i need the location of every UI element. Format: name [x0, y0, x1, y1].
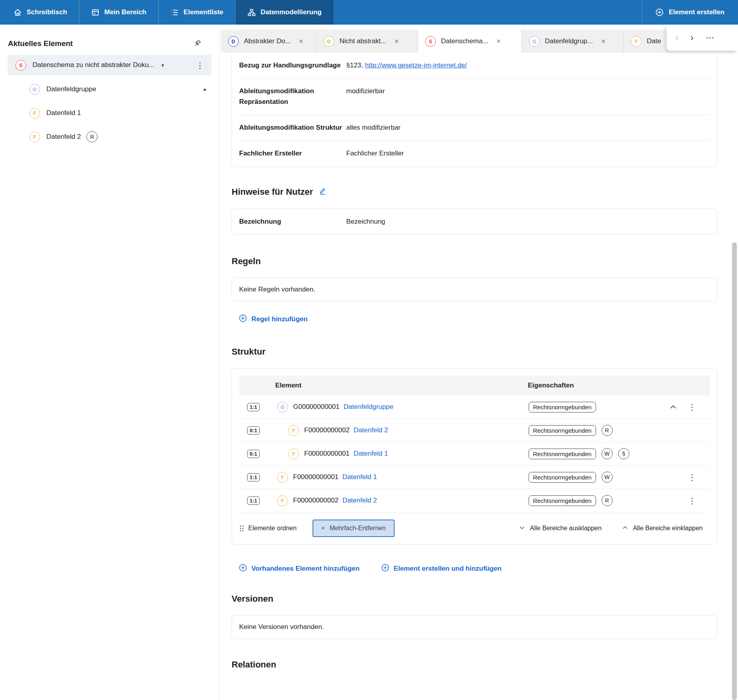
cardinality-badge: 1:1	[247, 497, 260, 505]
tab-datenschema-active[interactable]: S Datenschema... ×	[418, 30, 522, 53]
chevron-down-icon	[519, 525, 525, 532]
create-element-button[interactable]: Element erstellen	[642, 0, 737, 25]
section-title-struktur: Struktur	[232, 347, 718, 357]
nav-label: Datenmodellierung	[261, 8, 322, 16]
edit-icon[interactable]	[318, 187, 327, 198]
details-card: Bezug zur Handlungsgrundlage §123, http:…	[232, 53, 717, 167]
sidebar-title: Aktuelles Element	[8, 39, 73, 48]
order-elements-button[interactable]: Elemente ordnen	[240, 525, 297, 532]
workspace-icon	[91, 8, 100, 17]
property-chip: Rechtsnormgebunden	[529, 449, 596, 459]
tab-datenfeldgruppe[interactable]: G Datenfeldgrup... ×	[522, 30, 624, 53]
chevron-right-icon[interactable]: ▸	[204, 86, 207, 92]
nav-label: Mein Bereich	[104, 8, 146, 16]
detail-row: Bezug zur Handlungsgrundlage §123, http:…	[239, 53, 710, 79]
nav-item-schreibtisch[interactable]: Schreibtisch	[2, 0, 79, 25]
create-and-add-element-button[interactable]: Element erstellen und hinzufügen	[381, 564, 502, 574]
element-link[interactable]: Datenfeldgruppe	[343, 403, 393, 411]
nav-item-datenmodellierung[interactable]: Datenmodellierung	[235, 0, 334, 25]
element-code: F00000000002	[304, 426, 349, 434]
field-type-icon: F	[288, 425, 299, 436]
kebab-menu-icon[interactable]: ⋮	[688, 473, 696, 481]
data-model-icon	[247, 8, 256, 17]
struktur-toolbar: Elemente ordnen × Mehrfach-Entfernen All…	[239, 512, 710, 544]
add-rule-button[interactable]: Regel hinzufügen	[239, 314, 308, 324]
kebab-menu-icon[interactable]: ⋮	[688, 403, 696, 411]
column-eigenschaften: Eigenschaften	[528, 382, 574, 389]
cardinality-badge: 1:1	[247, 473, 260, 481]
value-badge: W	[602, 448, 613, 459]
table-row-datenfeld-1-child: 0:1 F F00000000001 Datenfeld 1 Rechtsnor…	[239, 442, 710, 466]
tabs-scroll-left-icon[interactable]: ‹	[675, 33, 679, 42]
property-chip: Rechtsnormgebunden	[529, 425, 596, 436]
close-icon[interactable]: ×	[394, 37, 400, 46]
table-row-datenfeld-2-child: 0:1 F F00000000002 Datenfeld 2 Rechtsnor…	[239, 419, 710, 442]
tab-content: Bezug zur Handlungsgrundlage §123, http:…	[220, 53, 718, 670]
field-type-icon: F	[277, 495, 288, 506]
table-row-datenfeld-1: 1:1 F F00000000001 Datenfeld 1 Rechtsnor…	[239, 466, 710, 489]
expand-all-button[interactable]: Alle Bereiche ausklappen	[519, 525, 602, 532]
close-icon[interactable]: ×	[298, 37, 304, 46]
pin-icon[interactable]	[194, 39, 201, 48]
group-type-icon: G	[277, 402, 288, 412]
tab-scroll-controls: ‹ › ⋯	[667, 25, 738, 51]
law-link[interactable]: http://www.gesetze-im-internet.de/	[365, 61, 467, 69]
nav-label: Schreibtisch	[27, 8, 67, 16]
nav-item-mein-bereich[interactable]: Mein Bereich	[79, 0, 158, 25]
document-type-icon: D	[324, 36, 334, 47]
drag-handle-icon	[240, 525, 243, 531]
collapse-all-button[interactable]: Alle Bereiche einklappen	[622, 525, 703, 532]
tab-nicht-abstraktes-dokument[interactable]: D Nicht abstrakt... ×	[316, 30, 418, 53]
element-link[interactable]: Datenfeld 1	[342, 473, 377, 481]
section-title-versionen: Versionen	[232, 594, 718, 604]
chevron-up-icon	[622, 525, 628, 532]
detail-row: Fachlicher Ersteller Fachlicher Erstelle…	[239, 141, 710, 166]
element-link[interactable]: Datenfeld 2	[342, 497, 377, 504]
sidebar-item-selected-schema[interactable]: S Datenschema zu nicht abstrakter Doku..…	[8, 55, 211, 75]
nav-item-elementliste[interactable]: Elementliste	[158, 0, 235, 25]
value-badge: W	[602, 472, 613, 483]
vertical-scrollbar-thumb[interactable]	[732, 242, 737, 700]
regeln-card: Keine Regeln vorhanden.	[232, 278, 717, 301]
kebab-menu-icon[interactable]: ⋮	[194, 61, 206, 69]
field-type-icon: F	[631, 36, 642, 47]
add-existing-element-button[interactable]: Vorhandenes Element hinzufügen	[239, 564, 360, 574]
plus-circle-icon	[381, 564, 389, 574]
element-code: F00000000001	[304, 450, 349, 458]
detail-row: Ableitungsmodifikation Struktur alles mo…	[239, 115, 710, 141]
struktur-table-header: Element Eigenschaften	[239, 376, 710, 395]
cardinality-badge: 1:1	[247, 403, 260, 411]
close-icon[interactable]: ×	[600, 37, 606, 46]
sidebar-item-datenfeld-1[interactable]: F Datenfeld 1	[8, 103, 211, 123]
chevron-down-icon[interactable]: ▾	[161, 62, 164, 68]
paragraph-badge: §	[618, 448, 629, 459]
field-type-icon: F	[288, 449, 299, 459]
tabs-scroll-right-icon[interactable]: ›	[690, 33, 694, 42]
multi-remove-button-selected[interactable]: × Mehrfach-Entfernen	[312, 520, 395, 537]
element-code: G00000000001	[293, 403, 339, 411]
property-chip: Rechtsnormgebunden	[529, 402, 596, 412]
sidebar-item-datenfeld-2[interactable]: F Datenfeld 2 R	[8, 127, 211, 147]
field-type-icon: F	[29, 132, 40, 142]
sidebar: Aktuelles Element S Datenschema zu nicht…	[0, 25, 219, 700]
kebab-menu-icon[interactable]: ⋮	[688, 497, 696, 505]
detail-row: Ableitungsmodifikation Repräsentation mo…	[239, 79, 710, 115]
section-title-relationen: Relationen	[232, 660, 718, 670]
close-icon: ×	[321, 525, 325, 532]
group-type-icon: G	[529, 36, 540, 47]
element-link[interactable]: Datenfeld 1	[353, 450, 388, 458]
schema-type-icon: S	[15, 60, 26, 71]
element-link[interactable]: Datenfeld 2	[353, 426, 388, 434]
tabs-more-menu-icon[interactable]: ⋯	[705, 33, 715, 43]
chevron-up-icon[interactable]	[670, 404, 677, 410]
close-icon[interactable]: ×	[496, 37, 502, 46]
topbar-spacer	[334, 0, 642, 25]
versionen-card: Keine Versionen vorhanden.	[232, 615, 717, 639]
home-icon	[13, 8, 22, 17]
tab-abstraktes-dokument[interactable]: D Abstrakter Do... ×	[221, 30, 316, 53]
section-title-hinweise: Hinweise für Nutzer	[232, 187, 718, 198]
cardinality-badge: 0:1	[247, 426, 260, 435]
sidebar-item-datenfeldgruppe[interactable]: G Datenfeldgruppe ▸	[8, 79, 211, 99]
cardinality-badge: 0:1	[247, 450, 260, 458]
group-type-icon: G	[29, 84, 40, 95]
